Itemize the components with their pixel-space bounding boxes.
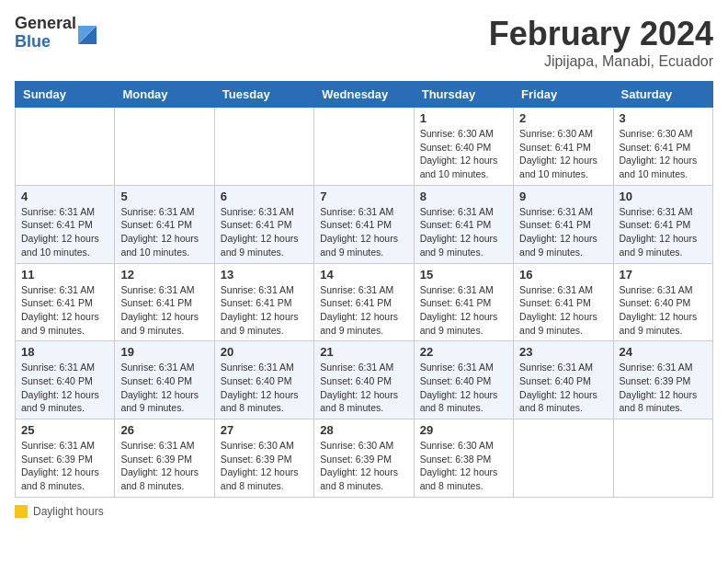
day-info: Sunrise: 6:31 AM Sunset: 6:41 PM Dayligh…	[420, 283, 507, 338]
day-number: 19	[120, 345, 208, 359]
calendar-cell: 23Sunrise: 6:31 AM Sunset: 6:40 PM Dayli…	[514, 341, 613, 419]
calendar-cell: 5Sunrise: 6:31 AM Sunset: 6:41 PM Daylig…	[115, 185, 214, 263]
calendar-cell: 11Sunrise: 6:31 AM Sunset: 6:41 PM Dayli…	[16, 263, 115, 341]
calendar-cell: 3Sunrise: 6:30 AM Sunset: 6:41 PM Daylig…	[613, 108, 712, 186]
calendar-title: February 2024	[489, 15, 713, 53]
day-info: Sunrise: 6:31 AM Sunset: 6:41 PM Dayligh…	[320, 283, 407, 338]
day-info: Sunrise: 6:31 AM Sunset: 6:41 PM Dayligh…	[221, 205, 308, 259]
calendar-cell: 27Sunrise: 6:30 AM Sunset: 6:39 PM Dayli…	[214, 419, 313, 498]
calendar-table: SundayMondayTuesdayWednesdayThursdayFrid…	[15, 81, 713, 498]
day-number: 8	[420, 190, 507, 203]
logo-icon	[78, 18, 97, 44]
day-number: 14	[320, 268, 407, 282]
day-number: 28	[320, 423, 407, 437]
calendar-cell: 25Sunrise: 6:31 AM Sunset: 6:39 PM Dayli…	[16, 419, 115, 498]
calendar-cell: 1Sunrise: 6:30 AM Sunset: 6:40 PM Daylig…	[414, 108, 513, 186]
day-info: Sunrise: 6:31 AM Sunset: 6:41 PM Dayligh…	[519, 205, 607, 259]
calendar-cell: 12Sunrise: 6:31 AM Sunset: 6:41 PM Dayli…	[115, 263, 214, 341]
calendar-cell: 10Sunrise: 6:31 AM Sunset: 6:41 PM Dayli…	[613, 185, 712, 263]
day-number: 16	[519, 268, 607, 282]
weekday-header: Tuesday	[214, 82, 313, 108]
weekday-header: Thursday	[414, 82, 513, 108]
day-number: 18	[21, 345, 108, 359]
logo-general-text: General	[15, 15, 76, 33]
day-number: 4	[21, 190, 108, 203]
day-number: 7	[320, 190, 407, 203]
day-info: Sunrise: 6:31 AM Sunset: 6:40 PM Dayligh…	[320, 361, 407, 415]
day-info: Sunrise: 6:31 AM Sunset: 6:41 PM Dayligh…	[120, 283, 208, 338]
logo: General Blue	[15, 15, 97, 52]
day-info: Sunrise: 6:31 AM Sunset: 6:41 PM Dayligh…	[320, 205, 407, 259]
daylight-bar-icon	[15, 505, 28, 518]
day-number: 5	[120, 190, 208, 203]
day-info: Sunrise: 6:31 AM Sunset: 6:40 PM Dayligh…	[620, 283, 707, 338]
daylight-label: Daylight hours	[33, 505, 104, 518]
day-number: 1	[420, 111, 507, 125]
calendar-cell: 9Sunrise: 6:31 AM Sunset: 6:41 PM Daylig…	[514, 185, 613, 263]
calendar-cell: 21Sunrise: 6:31 AM Sunset: 6:40 PM Dayli…	[314, 341, 414, 419]
calendar-cell: 28Sunrise: 6:30 AM Sunset: 6:39 PM Dayli…	[314, 419, 414, 498]
calendar-cell	[214, 108, 313, 186]
weekday-header: Monday	[115, 82, 214, 108]
day-number: 6	[221, 190, 308, 203]
day-number: 26	[120, 423, 208, 437]
calendar-cell	[16, 108, 115, 186]
calendar-week-row: 1Sunrise: 6:30 AM Sunset: 6:40 PM Daylig…	[16, 108, 713, 186]
day-info: Sunrise: 6:31 AM Sunset: 6:40 PM Dayligh…	[120, 361, 208, 415]
calendar-week-row: 11Sunrise: 6:31 AM Sunset: 6:41 PM Dayli…	[16, 263, 713, 341]
day-info: Sunrise: 6:31 AM Sunset: 6:41 PM Dayligh…	[221, 283, 308, 338]
day-number: 9	[519, 190, 607, 203]
calendar-cell: 20Sunrise: 6:31 AM Sunset: 6:40 PM Dayli…	[214, 341, 313, 419]
calendar-cell: 4Sunrise: 6:31 AM Sunset: 6:41 PM Daylig…	[16, 185, 115, 263]
day-info: Sunrise: 6:30 AM Sunset: 6:39 PM Dayligh…	[320, 439, 407, 493]
day-number: 2	[519, 111, 607, 125]
day-number: 3	[620, 111, 707, 125]
day-number: 20	[221, 345, 308, 359]
calendar-cell	[613, 419, 712, 498]
calendar-cell	[514, 419, 613, 498]
day-info: Sunrise: 6:31 AM Sunset: 6:39 PM Dayligh…	[620, 361, 707, 415]
day-info: Sunrise: 6:30 AM Sunset: 6:38 PM Dayligh…	[420, 439, 507, 493]
day-info: Sunrise: 6:30 AM Sunset: 6:40 PM Dayligh…	[420, 127, 507, 181]
day-info: Sunrise: 6:31 AM Sunset: 6:39 PM Dayligh…	[120, 439, 208, 493]
calendar-cell: 18Sunrise: 6:31 AM Sunset: 6:40 PM Dayli…	[16, 341, 115, 419]
day-number: 21	[320, 345, 407, 359]
day-info: Sunrise: 6:31 AM Sunset: 6:40 PM Dayligh…	[420, 361, 507, 415]
weekday-header-row: SundayMondayTuesdayWednesdayThursdayFrid…	[16, 82, 713, 108]
day-info: Sunrise: 6:31 AM Sunset: 6:39 PM Dayligh…	[21, 439, 108, 493]
day-info: Sunrise: 6:31 AM Sunset: 6:41 PM Dayligh…	[620, 205, 707, 259]
weekday-header: Wednesday	[314, 82, 414, 108]
calendar-cell: 26Sunrise: 6:31 AM Sunset: 6:39 PM Dayli…	[115, 419, 214, 498]
day-info: Sunrise: 6:30 AM Sunset: 6:41 PM Dayligh…	[519, 127, 607, 181]
day-number: 11	[21, 268, 108, 282]
day-info: Sunrise: 6:31 AM Sunset: 6:41 PM Dayligh…	[420, 205, 507, 259]
day-number: 13	[221, 268, 308, 282]
day-number: 12	[120, 268, 208, 282]
day-number: 27	[221, 423, 308, 437]
calendar-cell: 15Sunrise: 6:31 AM Sunset: 6:41 PM Dayli…	[414, 263, 513, 341]
calendar-subtitle: Jipijapa, Manabi, Ecuador	[489, 53, 713, 70]
logo-blue-text: Blue	[15, 33, 76, 52]
weekday-header: Saturday	[613, 82, 712, 108]
calendar-cell: 16Sunrise: 6:31 AM Sunset: 6:41 PM Dayli…	[514, 263, 613, 341]
calendar-cell: 7Sunrise: 6:31 AM Sunset: 6:41 PM Daylig…	[314, 185, 414, 263]
weekday-header: Friday	[514, 82, 613, 108]
calendar-cell: 13Sunrise: 6:31 AM Sunset: 6:41 PM Dayli…	[214, 263, 313, 341]
day-number: 24	[620, 345, 707, 359]
day-number: 25	[21, 423, 108, 437]
calendar-cell: 22Sunrise: 6:31 AM Sunset: 6:40 PM Dayli…	[414, 341, 513, 419]
footer: Daylight hours	[15, 505, 713, 518]
calendar-cell: 17Sunrise: 6:31 AM Sunset: 6:40 PM Dayli…	[613, 263, 712, 341]
weekday-header: Sunday	[16, 82, 115, 108]
calendar-cell: 29Sunrise: 6:30 AM Sunset: 6:38 PM Dayli…	[414, 419, 513, 498]
day-info: Sunrise: 6:31 AM Sunset: 6:40 PM Dayligh…	[21, 361, 108, 415]
day-info: Sunrise: 6:31 AM Sunset: 6:41 PM Dayligh…	[21, 283, 108, 338]
day-info: Sunrise: 6:31 AM Sunset: 6:41 PM Dayligh…	[120, 205, 208, 259]
calendar-cell: 8Sunrise: 6:31 AM Sunset: 6:41 PM Daylig…	[414, 185, 513, 263]
calendar-cell: 24Sunrise: 6:31 AM Sunset: 6:39 PM Dayli…	[613, 341, 712, 419]
day-info: Sunrise: 6:30 AM Sunset: 6:41 PM Dayligh…	[620, 127, 707, 181]
calendar-cell	[115, 108, 214, 186]
calendar-cell	[314, 108, 414, 186]
day-info: Sunrise: 6:31 AM Sunset: 6:40 PM Dayligh…	[221, 361, 308, 415]
page-header: General Blue February 2024 Jipijapa, Man…	[15, 15, 713, 70]
